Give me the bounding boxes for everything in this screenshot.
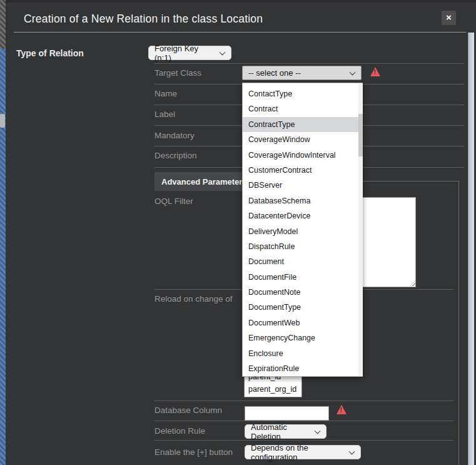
chevron-down-icon: [349, 448, 355, 454]
target-class-dropdown-list[interactable]: ContactTypeContractContractTypeCoverageW…: [242, 83, 363, 377]
dropdown-option[interactable]: Enclosure: [243, 346, 362, 361]
dropdown-option[interactable]: ContactType: [243, 86, 362, 101]
deletion-rule-select[interactable]: Automatic Deletion: [245, 424, 327, 439]
type-of-relation-label: Type of Relation: [16, 48, 84, 58]
row-separator: [154, 440, 453, 441]
name-label: Name: [154, 89, 177, 98]
target-class-label: Target Class: [154, 68, 201, 78]
dropdown-option[interactable]: DocumentType: [243, 300, 362, 315]
title-separator: [14, 32, 466, 33]
enable-plus-label: Enable the [+] button: [154, 447, 237, 458]
advanced-parameters-header[interactable]: Advanced Parameters: [154, 172, 250, 191]
database-column-label: Database Column: [154, 406, 222, 415]
warning-icon: [370, 67, 380, 76]
type-of-relation-select[interactable]: Foreign Key (n:1): [148, 46, 231, 60]
oql-filter-label: OQL Filter: [154, 197, 193, 206]
chevron-down-icon: [350, 69, 356, 75]
dialog-scrollbar[interactable]: [468, 33, 474, 465]
warning-icon: [337, 405, 347, 414]
dropdown-option[interactable]: DatabaseSchema: [243, 193, 362, 208]
dropdown-option[interactable]: CoverageWindow: [243, 132, 362, 147]
background-scroll-thumb[interactable]: [0, 114, 5, 128]
row-separator: [154, 421, 453, 421]
dropdown-option[interactable]: ContractType: [243, 117, 362, 132]
enable-plus-select[interactable]: Depends on the configuration: [245, 445, 361, 459]
target-class-select[interactable]: -- select one --: [242, 66, 362, 80]
dropdown-option[interactable]: Document: [243, 254, 362, 269]
dropdown-option[interactable]: EmergencyChange: [243, 330, 362, 345]
dropdown-option[interactable]: DBServer: [243, 178, 362, 193]
dropdown-option[interactable]: Contract: [243, 101, 362, 116]
row-separator: [154, 63, 464, 64]
new-relation-dialog: Creation of a New Relation in the class …: [6, 3, 476, 465]
description-label: Description: [154, 151, 197, 160]
row-separator: [154, 401, 453, 401]
dropdown-option[interactable]: ExpirationRule: [243, 361, 362, 376]
background-stripes-gray: [0, 0, 6, 49]
chevron-down-icon: [220, 49, 226, 55]
dropdown-option[interactable]: DocumentFile: [243, 270, 362, 285]
reload-on-change-label: Reload on change of: [154, 294, 233, 304]
dropdown-option[interactable]: DocumentNote: [243, 285, 362, 300]
background-stripes-blue: [0, 49, 6, 465]
dialog-title: Creation of a New Relation in the class …: [24, 13, 263, 26]
dropdown-option[interactable]: CoverageWindowInterval: [243, 148, 362, 163]
close-icon[interactable]: ×: [442, 11, 456, 25]
dropdown-option[interactable]: CustomerContract: [243, 163, 362, 178]
dropdown-option[interactable]: DocumentWeb: [243, 315, 362, 330]
dropdown-scrollbar-thumb[interactable]: [358, 114, 363, 156]
list-item[interactable]: parent_org_id: [245, 383, 301, 396]
dropdown-option[interactable]: DispatchRule: [243, 239, 362, 254]
deletion-rule-label: Deletion Rule: [154, 426, 205, 436]
chevron-down-icon: [315, 427, 321, 434]
dropdown-option[interactable]: DatacenterDevice: [243, 208, 362, 223]
database-column-input[interactable]: [245, 406, 329, 421]
dropdown-option[interactable]: DeliveryModel: [243, 224, 362, 239]
mandatory-label: Mandatory: [154, 131, 195, 140]
label-label: Label: [154, 110, 175, 119]
